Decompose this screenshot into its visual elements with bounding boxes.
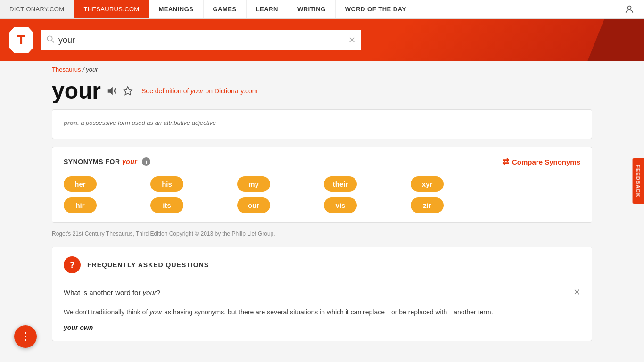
svg-marker-3 [108,87,113,95]
svg-point-1 [47,36,52,41]
faq-icon: ? [64,256,81,273]
breadcrumb-current-word: your [86,66,98,73]
main-content: your See definition of your on Dictionar… [0,78,644,341]
search-clear-button[interactable]: ✕ [348,36,355,44]
tag-our[interactable]: our [237,197,270,213]
tag-her[interactable]: her [64,176,97,192]
nav-word-of-day[interactable]: WORD OF THE DAY [336,0,416,18]
nav-dictionary[interactable]: DICTIONARY.COM [0,0,74,18]
float-action-button[interactable]: ⋮ [14,325,37,348]
faq-section: ? FREQUENTLY ASKED QUESTIONS What is ano… [52,247,592,341]
synonyms-title: SYNONYMS FOR your [64,158,137,165]
search-bar: ✕ [41,30,361,50]
faq-question: What is another word for your? [64,288,160,296]
definition-text: a possessive form used as an attributive… [81,119,216,126]
nav-thesaurus[interactable]: THESAURUS.COM [74,0,149,18]
faq-header: ? FREQUENTLY ASKED QUESTIONS [64,256,580,273]
faq-title: FREQUENTLY ASKED QUESTIONS [87,261,209,269]
info-icon[interactable]: i [142,157,150,166]
svg-point-0 [627,6,631,9]
top-navigation: DICTIONARY.COM THESAURUS.COM MEANINGS GA… [0,0,644,19]
svg-line-2 [52,41,54,43]
definition-box: pron. a possessive form used as an attri… [52,109,592,139]
nav-learn[interactable]: LEARN [247,0,288,18]
nav-writing[interactable]: WRITING [288,0,336,18]
tag-xyr[interactable]: xyr [411,176,444,192]
tag-their[interactable]: their [324,176,357,192]
synonyms-box: SYNONYMS FOR your i ⇄ Compare Synonyms h… [52,147,592,223]
tag-vis[interactable]: vis [324,197,357,213]
site-header: T ✕ [0,19,644,61]
synonyms-grid: her his my their xyr hir its our vis zir [64,176,580,213]
search-input[interactable] [58,35,348,45]
faq-close-button[interactable]: ✕ [573,287,580,297]
breadcrumb-thesaurus-link[interactable]: Thesaurus [52,66,81,73]
site-logo[interactable]: T [9,27,33,53]
nav-meanings[interactable]: MEANINGS [149,0,203,18]
favorite-icon[interactable] [123,86,133,96]
tag-hir[interactable]: hir [64,197,97,213]
faq-answer: We don't traditionally think of your as … [64,303,580,320]
faq-answer-bold: your own [64,324,580,331]
tag-his[interactable]: his [150,176,183,192]
dictionary-link[interactable]: See definition of your on Dictionary.com [141,87,257,95]
faq-question-row: What is another word for your? ✕ [64,281,580,303]
search-icon [46,35,55,45]
copyright-text: Roget's 21st Century Thesaurus, Third Ed… [52,226,592,247]
word-title-area: your See definition of your on Dictionar… [52,78,592,104]
tag-zir[interactable]: zir [411,197,444,213]
feedback-tab[interactable]: FEEDBACK [632,158,644,204]
compare-synonyms-button[interactable]: ⇄ Compare Synonyms [502,156,580,167]
nav-games[interactable]: GAMES [204,0,247,18]
user-icon[interactable] [615,0,644,18]
page-title: your [52,78,101,104]
audio-icon[interactable] [107,86,117,96]
part-of-speech: pron. a possessive form used as an attri… [64,119,580,126]
tag-my[interactable]: my [237,176,270,192]
tag-its[interactable]: its [150,197,183,213]
svg-marker-4 [124,86,132,94]
compare-arrows-icon: ⇄ [502,156,509,167]
breadcrumb: Thesaurus / your [0,61,644,78]
synonyms-header: SYNONYMS FOR your i ⇄ Compare Synonyms [64,156,580,167]
